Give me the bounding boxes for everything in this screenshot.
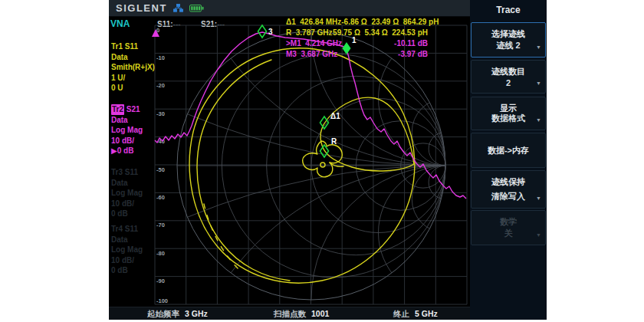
trace-title: Tr2 S21 [111, 104, 143, 115]
start-frequency-field[interactable]: 起始频率3 GHz [147, 309, 208, 320]
menu-item-display[interactable]: 显示数据格式▼ [471, 97, 546, 130]
trace-info-2[interactable]: Tr2 S21DataLog Mag10 dB/▶0 dB [111, 104, 143, 156]
y-axis-tick-label: -80 [156, 250, 165, 257]
marker-readout-id-freq: >M1 4.214 GHz [286, 39, 342, 50]
chevron-down-icon: ▼ [536, 117, 541, 123]
marker-readout-row: R 3.787 GHz59.75 Ω 5.34 Ω 224.53 pH [286, 28, 428, 39]
trace-detail-line: Data [111, 235, 143, 245]
marker-readout-values: -10.11 dB [394, 39, 428, 50]
menu-item-select-trace[interactable]: 选择迹线迹线 2▼ [471, 22, 546, 58]
marker-readout-values: -3.97 dB [398, 50, 428, 61]
trace1-path-segment [197, 60, 290, 281]
trace-detail-line: Log Mag [111, 125, 143, 136]
y-axis-tick-label: -20 [156, 82, 165, 89]
trace-detail-line: ▶0 dB [111, 146, 143, 156]
trace-detail-line: Data [111, 52, 155, 63]
menu-item-value: 2 [472, 78, 545, 87]
marker-readout-id-freq: M3 3.687 GHz [286, 50, 337, 61]
menu-item-data-to-memory[interactable]: 数据->内存 [471, 133, 546, 168]
trace-title: Tr1 S11 [111, 41, 155, 52]
marker-delta1-label: Δ1 [330, 112, 340, 120]
trace-detail-line: Smith(R+jX) [111, 62, 155, 73]
trace-detail-line: Data [111, 178, 143, 189]
marker-readout-values: 59.75 Ω 5.34 Ω 224.53 pH [333, 28, 428, 39]
trace1-path-segment [204, 204, 239, 270]
trace-detail-line: 0 U [111, 83, 155, 94]
menu-title: Trace [470, 5, 547, 15]
menu-item-value: 关 [472, 228, 545, 239]
menu-item-math[interactable]: 数学关▼ [471, 210, 546, 245]
marker-3-diamond[interactable] [258, 25, 267, 38]
menu-item-value: 清除写入 [472, 191, 545, 202]
marker-readout-row: Δ1 426.84 MHz-6.86 Ω 23.49 Ω 864.29 pH [286, 18, 428, 28]
trace-detail-line: 10 dB/ [111, 199, 143, 209]
menu-item-label: 迹线数目 [472, 66, 545, 77]
y-axis-tick-label: -30 [156, 110, 165, 117]
trace-detail-line: 10 dB/ [111, 255, 143, 266]
trace-info-4[interactable]: Tr4 S11DataLog Mag10 dB/0 dB [111, 224, 143, 276]
chevron-down-icon: ▼ [536, 232, 541, 238]
smith-reactance-arc [379, 166, 471, 300]
trace-info-3[interactable]: Tr3 S11DataLog Mag10 dB/0 dB [111, 167, 143, 219]
start-frequency-label: 起始频率 [147, 309, 179, 318]
y-axis-tick-label: -100 [156, 297, 168, 304]
trace-title: Tr3 S11 [111, 167, 143, 178]
trace-detail-line: Log Mag [111, 188, 143, 199]
y-axis-tick-label: -60 [156, 194, 165, 201]
trace-active-chip: Tr2 [111, 104, 124, 115]
marker-readout-id-freq: R 3.787 GHz [286, 28, 333, 39]
menu-header: Trace [470, 0, 547, 21]
marker-readout-id-freq: Δ1 426.84 MHz [286, 18, 341, 28]
chevron-down-icon: ▼ [536, 44, 541, 50]
trace-menu: Trace 选择迹线迹线 2▼迹线数目2▼显示数据格式▼数据->内存迹线保持清除… [470, 0, 547, 320]
menu-item-label: 迹线保持 [472, 176, 545, 188]
menu-item-label: 数据->内存 [488, 145, 529, 156]
trace-info-1[interactable]: Tr1 S11DataSmith(R+jX)1 U/0 U [111, 41, 155, 94]
chevron-down-icon: ▼ [536, 196, 541, 201]
y-axis-tick-label: -50 [156, 166, 165, 173]
trace-title: Tr4 S11 [111, 224, 143, 235]
trace-detail-line: 1 U/ [111, 73, 155, 84]
trace1-path-segment [320, 97, 414, 171]
start-frequency-value: 3 GHz [185, 309, 208, 318]
stop-frequency-value: 5 GHz [415, 309, 438, 318]
marker-readout-values: -6.86 Ω 23.49 Ω 864.29 pH [341, 18, 439, 28]
menu-item-trace-hold[interactable]: 迹线保持清除写入▼ [471, 170, 546, 209]
marker-readout-row: >M1 4.214 GHz-10.11 dB [286, 39, 428, 50]
marker-readout-row: M3 3.687 GHz-3.97 dB [286, 50, 428, 61]
trace-name: Tr4 S11 [111, 225, 138, 233]
y-axis-tick-label: -90 [156, 278, 165, 284]
trace-name: S21 [124, 105, 140, 113]
trace-detail-line: Log Mag [111, 245, 143, 255]
main-display-area: SIGLENT VNA S11:---S21:--- [109, 0, 470, 320]
menu-item-label: 选择迹线 [472, 28, 545, 40]
trace-detail-line: Data [111, 115, 143, 126]
menu-item-value: 数据格式 [472, 113, 545, 124]
menu-item-value: 迹线 2 [472, 40, 545, 51]
menu-item-label: 数学 [472, 216, 545, 228]
stop-frequency-label: 终止 [393, 309, 409, 318]
y-axis-tick-label: -70 [156, 222, 165, 228]
sweep-points-field[interactable]: 扫描点数1001 [274, 309, 329, 320]
trace-detail-line: 0 dB [111, 265, 143, 276]
sweep-status-bar: 起始频率3 GHz 扫描点数1001 终止5 GHz [109, 307, 470, 320]
marker-3-label: 3 [268, 28, 273, 36]
trace-detail-line: 0 dB [111, 209, 143, 219]
trace-name: Tr1 S11 [111, 42, 138, 51]
menu-item-trace-count[interactable]: 迹线数目2▼ [471, 60, 546, 94]
sweep-points-value: 1001 [311, 309, 329, 318]
chevron-down-icon: ▼ [536, 80, 541, 86]
marker-r-label: R [331, 137, 337, 146]
trace-name: Tr3 S11 [111, 168, 138, 176]
y-axis-tick-label: -10 [156, 54, 165, 61]
stop-frequency-field[interactable]: 终止5 GHz [393, 309, 438, 320]
vna-screen: SIGLENT VNA S11:---S21:--- [109, 0, 547, 320]
sweep-points-label: 扫描点数 [274, 309, 306, 318]
trace-detail-line: 10 dB/ [111, 136, 143, 146]
